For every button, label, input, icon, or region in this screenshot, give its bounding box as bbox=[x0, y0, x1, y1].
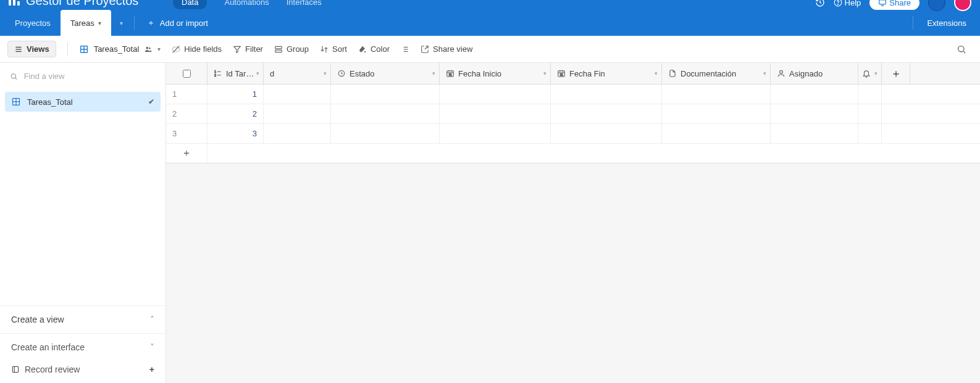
column-label: Fecha Fin bbox=[569, 69, 605, 78]
find-view[interactable] bbox=[0, 63, 165, 89]
cell-asignado[interactable] bbox=[771, 84, 858, 104]
column-label: d bbox=[270, 69, 274, 78]
group-button[interactable]: Group bbox=[274, 44, 309, 54]
chevron-down-icon[interactable]: ▾ bbox=[256, 70, 259, 76]
extensions-button[interactable]: Extensions bbox=[913, 10, 980, 36]
svg-text:2: 2 bbox=[214, 74, 216, 77]
cell-estado[interactable] bbox=[331, 104, 440, 123]
cell-notify[interactable] bbox=[858, 124, 882, 143]
help-label: Help bbox=[845, 0, 861, 7]
column-notify[interactable]: ▾ bbox=[858, 63, 882, 84]
cell-documentacion[interactable] bbox=[662, 104, 771, 123]
chevron-down-icon: ▾ bbox=[157, 46, 161, 52]
cell-id[interactable]: 1 bbox=[207, 84, 264, 104]
cell-notify[interactable] bbox=[858, 84, 882, 104]
sort-label: Sort bbox=[332, 44, 347, 54]
hide-fields-button[interactable]: Hide fields bbox=[172, 44, 222, 54]
cell-d[interactable] bbox=[264, 124, 331, 143]
select-all-checkbox[interactable] bbox=[166, 63, 207, 84]
plus-icon[interactable]: + bbox=[149, 364, 154, 374]
color-button[interactable]: Color bbox=[358, 44, 390, 54]
cell-documentacion[interactable] bbox=[662, 84, 771, 104]
sidebar-view-tareas-total[interactable]: Tareas_Total ✔ bbox=[5, 92, 161, 112]
grid-icon bbox=[11, 97, 21, 107]
svg-point-50 bbox=[780, 70, 783, 73]
add-row-button[interactable]: ＋ bbox=[166, 144, 207, 163]
history-icon[interactable] bbox=[815, 0, 825, 7]
views-button[interactable]: Views bbox=[7, 41, 56, 57]
add-row[interactable]: ＋ bbox=[166, 144, 980, 163]
find-view-input[interactable] bbox=[24, 72, 156, 81]
column-d[interactable]: d ▾ bbox=[264, 63, 331, 84]
collaborators-icon[interactable] bbox=[144, 45, 153, 54]
row-number[interactable]: 3 bbox=[166, 124, 207, 143]
cell-asignado[interactable] bbox=[771, 104, 858, 123]
chevron-down-icon[interactable]: ▾ bbox=[763, 70, 766, 76]
notifications-icon[interactable] bbox=[928, 0, 945, 11]
current-view[interactable]: Tareas_Total ▾ bbox=[79, 44, 161, 54]
cell-asignado[interactable] bbox=[771, 124, 858, 143]
grid-header: 12 Id Tar… ▾ d ▾ Estado ▾ 31 Fecha I bbox=[166, 63, 980, 84]
tab-proyectos[interactable]: Proyectos bbox=[5, 10, 61, 36]
chevron-up-icon: ˄ bbox=[150, 315, 154, 324]
cell-estado[interactable] bbox=[331, 124, 440, 143]
create-view-section[interactable]: Create a view ˄ bbox=[0, 305, 165, 333]
svg-rect-2 bbox=[879, 0, 886, 4]
nav-data[interactable]: Data bbox=[173, 0, 207, 9]
share-button[interactable]: Share bbox=[869, 0, 919, 10]
help-button[interactable]: Help bbox=[834, 0, 861, 7]
add-column-button[interactable]: ＋ bbox=[882, 63, 910, 84]
cell-fecha-fin[interactable] bbox=[551, 84, 662, 104]
search-button[interactable] bbox=[954, 42, 969, 57]
group-icon bbox=[274, 45, 283, 54]
row-number[interactable]: 2 bbox=[166, 104, 207, 123]
svg-line-25 bbox=[963, 51, 965, 53]
cell-fecha-inicio[interactable] bbox=[440, 104, 551, 123]
table-row[interactable]: 2 2 bbox=[166, 104, 980, 124]
tab-more[interactable]: ▾ bbox=[111, 10, 132, 36]
column-documentacion[interactable]: Documentación ▾ bbox=[662, 63, 771, 84]
table-row[interactable]: 3 3 bbox=[166, 124, 980, 144]
app-title: Gestor de Proyectos bbox=[26, 0, 138, 8]
nav-automations[interactable]: Automations bbox=[224, 0, 269, 7]
filter-button[interactable]: Filter bbox=[233, 44, 263, 54]
share-view-button[interactable]: Share view bbox=[421, 44, 472, 54]
cell-fecha-inicio[interactable] bbox=[440, 84, 551, 104]
column-id-tarea[interactable]: 12 Id Tar… ▾ bbox=[207, 63, 264, 84]
row-height-button[interactable] bbox=[401, 45, 409, 54]
avatar[interactable] bbox=[954, 0, 971, 11]
chevron-down-icon[interactable]: ▾ bbox=[432, 70, 435, 76]
row-number[interactable]: 1 bbox=[166, 84, 207, 104]
add-or-import[interactable]: ＋ Add or import bbox=[137, 10, 218, 36]
cell-fecha-fin[interactable] bbox=[551, 124, 662, 143]
chevron-down-icon[interactable]: ▾ bbox=[543, 70, 547, 76]
cell-d[interactable] bbox=[264, 84, 331, 104]
sort-button[interactable]: Sort bbox=[320, 44, 347, 54]
table-row[interactable]: 1 1 bbox=[166, 84, 980, 104]
grid-icon bbox=[79, 44, 89, 54]
cell-id[interactable]: 2 bbox=[207, 104, 264, 123]
cell-estado[interactable] bbox=[331, 84, 440, 104]
user-icon bbox=[777, 69, 785, 78]
cell-documentacion[interactable] bbox=[662, 124, 771, 143]
cell-fecha-fin[interactable] bbox=[551, 104, 662, 123]
nav-interfaces[interactable]: Interfaces bbox=[287, 0, 322, 7]
create-interface-label: Create an interface bbox=[11, 342, 85, 352]
create-interface-section[interactable]: Create an interface ˅ bbox=[0, 333, 165, 361]
cell-d[interactable] bbox=[264, 104, 331, 123]
chevron-down-icon[interactable]: ▾ bbox=[655, 70, 658, 76]
cell-fecha-inicio[interactable] bbox=[440, 124, 551, 143]
select-all-input[interactable] bbox=[183, 70, 191, 78]
chevron-down-icon[interactable]: ▾ bbox=[874, 70, 877, 76]
cell-notify[interactable] bbox=[858, 104, 882, 123]
column-fecha-inicio[interactable]: 31 Fecha Inicio ▾ bbox=[440, 63, 551, 84]
tab-tareas[interactable]: Tareas ▾ bbox=[61, 10, 111, 36]
cell-id[interactable]: 3 bbox=[207, 124, 264, 143]
column-label: Asignado bbox=[789, 69, 823, 78]
hide-fields-label: Hide fields bbox=[184, 44, 222, 54]
record-review-section[interactable]: Record review + bbox=[0, 361, 165, 383]
column-fecha-fin[interactable]: 31 Fecha Fin ▾ bbox=[551, 63, 662, 84]
column-estado[interactable]: Estado ▾ bbox=[331, 63, 440, 84]
chevron-down-icon[interactable]: ▾ bbox=[324, 70, 327, 76]
column-asignado[interactable]: Asignado bbox=[771, 63, 858, 84]
